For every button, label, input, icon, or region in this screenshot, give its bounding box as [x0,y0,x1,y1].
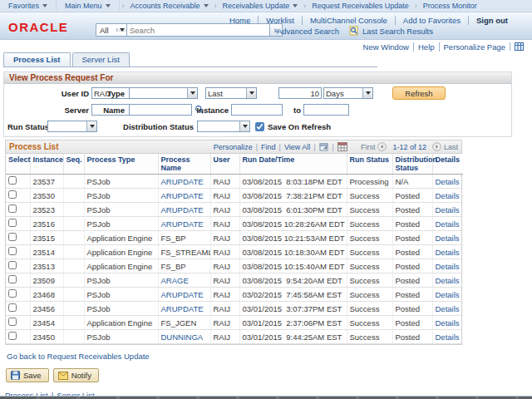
details-link[interactable]: Details [436,205,460,214]
details-link[interactable]: Details [436,248,460,257]
prev-page-button[interactable] [377,142,387,151]
notify-button[interactable]: Notify [53,368,99,382]
process-name-link[interactable]: ARUPDATE [161,191,204,200]
process-list-grid: Process List Personalize Find View All [5,140,462,345]
details-link[interactable]: Details [436,191,460,200]
details-link[interactable]: Details [436,219,460,229]
breadcrumb-item-process-monitor[interactable]: Process Monitor [420,2,480,10]
tab-server-list[interactable]: Server List [72,52,130,66]
col-user: User [210,154,239,175]
new-window-link[interactable]: New Window [359,42,413,52]
search-scope-select[interactable]: All [96,23,127,37]
process-name-cell: FS_BP [158,259,210,273]
details-cell: Details [432,189,463,203]
details-link[interactable]: Details [436,262,460,271]
seq-cell [63,259,84,273]
to-label: to [291,106,301,115]
search-input[interactable] [127,23,270,37]
add-to-favorites-link[interactable]: Add to Favorites [395,16,468,25]
table-header-row: Select Instance Seq. Process Type Proces… [6,154,463,175]
row-select-checkbox[interactable] [8,275,17,283]
oracle-logo: ORACLE [8,20,68,34]
distribution-status-cell: Posted [392,330,432,344]
breadcrumb-separator-icon [214,2,217,10]
row-select-checkbox[interactable] [8,318,17,326]
breadcrumb-item-accounts-receivable[interactable]: Accounts Receivable [127,2,212,10]
row-select-checkbox[interactable] [8,219,17,227]
row-select-checkbox[interactable] [8,247,17,255]
user-cell: RAIJ [210,302,239,316]
process-name-link[interactable]: ARUPDATE [161,290,204,299]
grid-title: Process List [9,142,58,151]
zoom-popup-icon[interactable] [319,143,329,151]
select-cell [6,288,30,302]
breadcrumb-label: Request Receivables Update [312,2,409,10]
breadcrumb-item-receivables-update[interactable]: Receivables Update [219,2,302,10]
col-instance: Instance [30,154,63,175]
last-count-field[interactable] [278,87,322,99]
row-select-checkbox[interactable] [8,190,17,199]
breadcrumb-main-menu[interactable]: Main Menu [57,0,120,12]
find-link[interactable]: Find [261,143,276,151]
details-link[interactable]: Details [436,177,460,186]
first-page-link[interactable]: First [361,143,376,151]
row-select-checkbox[interactable] [8,233,17,241]
instance-to-field[interactable] [303,104,349,116]
row-select-checkbox[interactable] [8,303,17,312]
details-link[interactable]: Details [436,332,460,342]
page-toolbar: New Window Help Personalize Page [0,40,532,53]
last-search-results-link[interactable]: Last Search Results [362,27,433,36]
personalize-page-link[interactable]: Personalize Page [439,42,510,52]
run-datetime-cell: 03/08/2015 7:38:21PM EDT [239,189,347,203]
type-select[interactable] [129,87,198,99]
breadcrumb-favorites[interactable]: Favorites [0,0,57,12]
seq-cell [63,217,84,231]
copy-url-button[interactable] [510,42,528,51]
refresh-button[interactable]: Refresh [392,86,446,100]
personalize-link[interactable]: Personalize [214,143,253,151]
instance-from-field[interactable] [231,104,283,116]
row-select-checkbox[interactable] [8,204,17,213]
process-name-cell: ARUPDATE [158,302,210,316]
process-name-cell: FS_BP [158,231,210,245]
row-select-checkbox[interactable] [8,176,17,185]
process-name-link[interactable]: DUNNINGA [161,332,204,342]
view-all-link[interactable]: View All [284,143,310,151]
go-back-link[interactable]: Go back to Request Receivables Update [7,352,150,361]
prev-arrow-icon [377,142,387,151]
next-page-button[interactable] [432,142,441,151]
details-link[interactable]: Details [436,276,460,285]
help-link[interactable]: Help [413,42,439,52]
instance-cell: 23513 [30,259,63,273]
download-grid-icon[interactable] [337,142,347,151]
advanced-search-link[interactable]: Advanced Search [277,27,339,36]
save-button[interactable]: Save [6,368,49,382]
user-cell: RAIJ [210,189,239,203]
details-link[interactable]: Details [436,290,460,299]
select-cell [6,231,30,245]
process-name-link[interactable]: ARUPDATE [161,219,204,229]
run-datetime-cell: 03/08/2015 10:15:40AM EDT [239,259,347,273]
distribution-status-select[interactable] [197,121,250,132]
process-name-link[interactable]: ARAGE [161,276,189,285]
process-name-link[interactable]: ARUPDATE [161,177,204,186]
details-link[interactable]: Details [436,318,460,328]
save-on-refresh-checkbox[interactable] [255,122,264,131]
details-link[interactable]: Details [436,304,460,313]
breadcrumb-item-request-receivables-update[interactable]: Request Receivables Update [308,2,412,10]
page-range-label[interactable]: 1-12 of 12 [392,143,426,151]
row-select-checkbox[interactable] [8,261,17,269]
tab-process-list[interactable]: Process List [3,52,71,66]
process-name-link[interactable]: ARUPDATE [161,205,204,214]
process-name-link[interactable]: ARUPDATE [161,304,204,313]
row-select-checkbox[interactable] [8,332,17,340]
last-select[interactable]: Last [205,87,257,99]
row-select-checkbox[interactable] [8,289,17,298]
details-link[interactable]: Details [436,234,460,243]
save-label: Save [23,371,42,380]
days-select[interactable]: Days [323,87,373,99]
multichannel-console-link[interactable]: MultiChannel Console [302,16,395,25]
last-page-link[interactable]: Last [444,143,458,151]
sign-out-link[interactable]: Sign out [468,16,515,25]
instance-cell: 23537 [30,175,63,189]
